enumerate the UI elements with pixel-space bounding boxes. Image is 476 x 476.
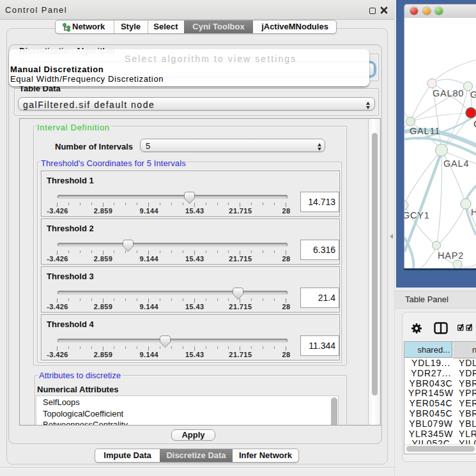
svg-text:HAP2: HAP2	[438, 250, 464, 261]
svg-text:GAL80: GAL80	[433, 88, 464, 98]
svg-text:C: C	[473, 118, 476, 129]
svg-text:GAL4: GAL4	[443, 158, 469, 169]
svg-text:GCY1: GCY1	[404, 210, 430, 220]
svg-text:GA: GA	[470, 89, 476, 100]
svg-text:GAL11: GAL11	[410, 126, 440, 136]
svg-text:H: H	[471, 207, 476, 217]
